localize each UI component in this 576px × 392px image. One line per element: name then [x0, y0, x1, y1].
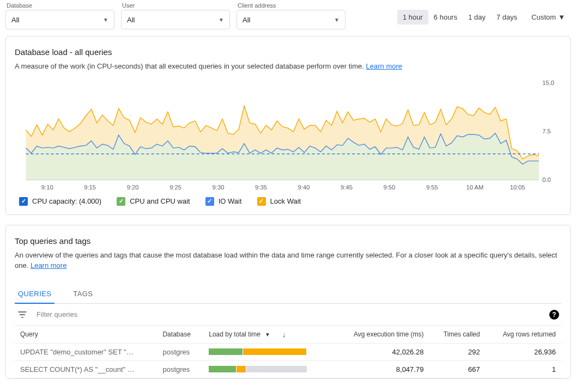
legend-cpu-capacity[interactable]: ✓ CPU capacity: (4.000): [19, 197, 101, 206]
svg-text:9:30: 9:30: [213, 184, 225, 191]
client-filter-group: Client address All ▼: [237, 2, 345, 29]
svg-text:9:10: 9:10: [41, 184, 53, 191]
user-dropdown-value: All: [127, 16, 135, 24]
checkbox-icon: ✓: [257, 197, 266, 206]
learn-more-link[interactable]: Learn more: [366, 62, 402, 70]
legend-label: CPU and CPU wait: [130, 197, 190, 205]
cell-query: SELECT COUNT(*) AS "__count" …: [15, 360, 157, 378]
chevron-down-icon: ▼: [558, 13, 565, 21]
top-queries-desc: An overview of the queries and tags that…: [15, 250, 561, 271]
legend-label: Lock Wait: [270, 197, 301, 205]
client-dropdown[interactable]: All ▼: [237, 10, 345, 29]
svg-text:9:20: 9:20: [127, 184, 139, 191]
table-header-row: Query Database Load by total time ▼ ↓ Av…: [15, 326, 561, 343]
time-range-1day[interactable]: 1 day: [463, 10, 491, 24]
cell-query: UPDATE "demo_customer" SET "…: [15, 343, 157, 360]
chart-legend: ✓ CPU capacity: (4.000) ✓ CPU and CPU wa…: [15, 197, 561, 206]
svg-text:9:55: 9:55: [426, 184, 438, 191]
cell-loadbar: [203, 360, 333, 378]
tab-queries[interactable]: QUERIES: [15, 284, 54, 303]
database-dropdown[interactable]: All ▼: [5, 10, 114, 29]
time-range-6hours[interactable]: 6 hours: [428, 10, 463, 24]
arrow-down-icon: ↓: [282, 330, 286, 339]
svg-text:9:25: 9:25: [169, 184, 181, 191]
svg-text:10:05: 10:05: [510, 184, 525, 191]
table-row[interactable]: SELECT COUNT(*) AS "__count" …postgres8,…: [15, 360, 561, 378]
svg-text:9:50: 9:50: [383, 184, 395, 191]
database-load-desc: A measure of the work (in CPU-seconds) t…: [15, 61, 561, 72]
legend-label: CPU capacity: (4.000): [32, 197, 101, 205]
filter-icon[interactable]: [17, 309, 28, 320]
legend-lock-wait[interactable]: ✓ Lock Wait: [257, 197, 301, 206]
sort-indicator-icon: ▼: [265, 332, 270, 338]
client-dropdown-value: All: [242, 16, 250, 24]
cell-database: postgres: [157, 360, 203, 378]
svg-text:10 AM: 10 AM: [466, 184, 483, 191]
col-load[interactable]: Load by total time ▼ ↓: [203, 326, 333, 343]
col-query[interactable]: Query: [15, 326, 157, 343]
chevron-down-icon: ▼: [334, 17, 339, 23]
database-filter-group: Database All ▼: [5, 2, 114, 29]
col-load-label: Load by total time: [209, 330, 260, 338]
database-load-card: Database load - all queries A measure of…: [5, 36, 571, 215]
checkbox-icon: ✓: [205, 197, 214, 206]
database-dropdown-value: All: [11, 16, 19, 24]
time-range-custom[interactable]: Custom ▼: [526, 10, 571, 24]
legend-cpu-wait[interactable]: ✓ CPU and CPU wait: [117, 197, 190, 206]
client-filter-label: Client address: [237, 2, 345, 9]
top-filter-bar: Database All ▼ User All ▼ Client address…: [5, 0, 571, 36]
top-queries-card: Top queries and tags An overview of the …: [5, 225, 571, 379]
filter-group-container: Database All ▼ User All ▼ Client address…: [5, 2, 345, 29]
checkbox-icon: ✓: [117, 197, 125, 206]
checkbox-icon: ✓: [19, 197, 28, 206]
time-range-1hour[interactable]: 1 hour: [397, 10, 428, 24]
filter-queries-input[interactable]: [37, 310, 541, 318]
cell-avg-exec: 8,047.79: [333, 360, 429, 378]
svg-text:0.0: 0.0: [542, 176, 551, 183]
legend-io-wait[interactable]: ✓ IO Wait: [205, 197, 242, 206]
cell-loadbar: [203, 343, 333, 360]
learn-more-link[interactable]: Learn more: [31, 261, 66, 270]
col-avg-exec[interactable]: Avg execution time (ms): [333, 326, 429, 343]
queries-table: Query Database Load by total time ▼ ↓ Av…: [15, 326, 561, 378]
cell-database: postgres: [157, 343, 203, 360]
cell-rows: 1: [486, 360, 561, 378]
queries-tabs: QUERIES TAGS: [15, 284, 561, 304]
chart-svg: 0.07.515.09:109:159:209:259:309:359:409:…: [15, 78, 561, 193]
time-range-custom-label: Custom: [531, 13, 556, 21]
table-row[interactable]: UPDATE "demo_customer" SET "…postgres42,…: [15, 343, 561, 360]
database-load-chart[interactable]: 0.07.515.09:109:159:209:259:309:359:409:…: [15, 78, 561, 193]
tab-tags[interactable]: TAGS: [70, 284, 96, 303]
user-filter-label: User: [121, 2, 230, 9]
cell-rows: 26,936: [486, 343, 561, 360]
svg-text:15.0: 15.0: [542, 79, 554, 86]
col-times[interactable]: Times called: [429, 326, 485, 343]
svg-text:9:35: 9:35: [255, 184, 267, 191]
chevron-down-icon: ▼: [103, 17, 108, 23]
database-load-desc-text: A measure of the work (in CPU-seconds) t…: [15, 62, 366, 70]
svg-text:9:40: 9:40: [298, 184, 310, 191]
svg-text:9:45: 9:45: [341, 184, 353, 191]
svg-text:9:15: 9:15: [84, 184, 96, 191]
help-icon[interactable]: ?: [549, 310, 559, 320]
database-filter-label: Database: [5, 2, 114, 9]
legend-label: IO Wait: [219, 197, 242, 205]
top-queries-title: Top queries and tags: [15, 236, 561, 246]
svg-text:7.5: 7.5: [542, 128, 551, 134]
user-filter-group: User All ▼: [121, 2, 230, 29]
cell-times: 667: [429, 360, 485, 378]
database-load-title: Database load - all queries: [15, 47, 561, 57]
cell-avg-exec: 42,026.28: [333, 343, 429, 360]
user-dropdown[interactable]: All ▼: [121, 10, 230, 29]
col-rows[interactable]: Avg rows returned: [486, 326, 561, 343]
chevron-down-icon: ▼: [219, 17, 224, 23]
top-queries-desc-text: An overview of the queries and tags that…: [15, 251, 557, 270]
time-range-selector: 1 hour 6 hours 1 day 7 days Custom ▼: [397, 10, 571, 24]
query-filter-row: ?: [15, 304, 561, 326]
cell-times: 292: [429, 343, 485, 360]
time-range-7days[interactable]: 7 days: [491, 10, 523, 24]
col-database[interactable]: Database: [157, 326, 203, 343]
